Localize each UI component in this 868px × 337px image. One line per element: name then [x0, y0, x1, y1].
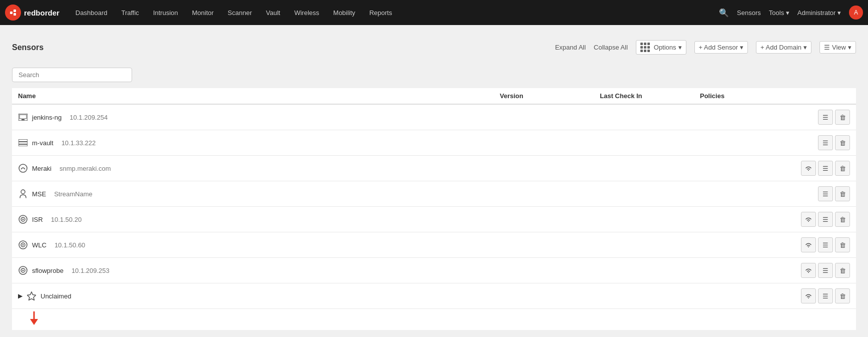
list-button[interactable]: ☰	[818, 135, 833, 150]
delete-button[interactable]: 🗑	[835, 288, 850, 303]
view-icon: ☰	[824, 44, 830, 51]
delete-button[interactable]: 🗑	[835, 263, 850, 278]
wifi-button[interactable]	[801, 237, 816, 252]
sensor-version: snmp.meraki.com	[60, 165, 111, 172]
brand-logo[interactable]: redborder	[5, 5, 60, 21]
delete-button[interactable]: 🗑	[835, 212, 850, 227]
table-row: MSE StreamName ☰ 🗑	[12, 181, 856, 207]
navbar-right: 🔍 Sensors Tools ▾ Administrator ▾ A	[719, 6, 863, 20]
wifi-button[interactable]	[801, 288, 816, 303]
nav-dashboard[interactable]: Dashboard	[70, 6, 114, 20]
list-button[interactable]: ☰	[818, 237, 833, 252]
nav-sensors-link[interactable]: Sensors	[737, 9, 761, 17]
view-label: View	[832, 44, 846, 51]
col-version: Version	[500, 92, 600, 100]
view-caret-icon: ▾	[848, 44, 851, 51]
table-row: m-vault 10.1.33.222 ☰ 🗑	[12, 130, 856, 156]
main-content: Sensors Expand All Collapse All Options …	[0, 25, 868, 337]
search-input[interactable]	[12, 68, 132, 82]
unclaimed-actions: ☰ 🗑	[801, 288, 850, 303]
list-button[interactable]: ☰	[818, 212, 833, 227]
delete-button[interactable]: 🗑	[835, 161, 850, 176]
sensor-version: 10.1.209.254	[70, 114, 108, 121]
nav-mobility[interactable]: Mobility	[327, 6, 361, 20]
list-button[interactable]: ☰	[818, 161, 833, 176]
svg-point-10	[19, 164, 27, 172]
nav-admin-link[interactable]: Administrator ▾	[797, 9, 841, 17]
row-name-m-vault: m-vault 10.1.33.222	[18, 138, 500, 148]
delete-button[interactable]: 🗑	[835, 135, 850, 150]
nav-reports[interactable]: Reports	[363, 6, 398, 20]
expand-all-button[interactable]: Expand All	[555, 44, 585, 51]
svg-marker-21	[28, 292, 36, 300]
search-container	[12, 68, 856, 82]
options-button[interactable]: Options ▾	[636, 40, 686, 55]
row-actions: ☰ 🗑	[700, 263, 850, 278]
search-icon[interactable]: 🔍	[719, 8, 729, 18]
row-actions: ☰ 🗑	[700, 110, 850, 125]
sensor-icon-isr	[18, 214, 28, 224]
nav-menu: Dashboard Traffic Intrusion Monitor Scan…	[70, 6, 719, 20]
expand-arrow-icon[interactable]: ▶	[18, 292, 23, 299]
row-actions: ☰ 🗑	[700, 161, 850, 176]
unclaimed-row: ▶ Unclaimed ☰ 🗑	[12, 283, 856, 309]
row-name-meraki: Meraki snmp.meraki.com	[18, 163, 500, 173]
add-domain-button[interactable]: + Add Domain ▾	[756, 41, 811, 54]
col-name: Name	[18, 92, 500, 100]
sensor-icon-m-vault	[18, 138, 28, 148]
add-domain-caret-icon: ▾	[803, 44, 807, 51]
wifi-button[interactable]	[801, 263, 816, 278]
svg-point-0	[9, 8, 18, 17]
nav-wireless[interactable]: Wireless	[288, 6, 325, 20]
options-caret-icon: ▾	[678, 44, 682, 51]
row-name-wlc: WLC 10.1.50.60	[18, 240, 500, 250]
svg-rect-5	[20, 115, 27, 119]
sensor-version: 10.1.33.222	[62, 139, 96, 147]
brand-icon	[5, 5, 21, 21]
sensor-name: jenkins-ng	[32, 114, 62, 121]
sensor-version: StreamName	[54, 190, 93, 198]
sensor-name: m-vault	[32, 139, 54, 147]
row-actions: ☰ 🗑	[700, 212, 850, 227]
delete-button[interactable]: 🗑	[835, 186, 850, 201]
options-label: Options	[654, 44, 676, 51]
sensor-version: 10.1.209.253	[72, 267, 110, 274]
nav-tools-link[interactable]: Tools ▾	[769, 9, 789, 17]
list-button[interactable]: ☰	[818, 263, 833, 278]
wifi-button[interactable]	[801, 212, 816, 227]
svg-point-11	[21, 190, 25, 194]
svg-point-14	[23, 219, 24, 220]
sensors-actions: Expand All Collapse All Options ▾ + Add …	[555, 40, 856, 55]
sensor-icon-meraki	[18, 163, 28, 173]
collapse-all-button[interactable]: Collapse All	[594, 44, 628, 51]
sensor-name: Meraki	[32, 165, 52, 172]
nav-traffic[interactable]: Traffic	[115, 6, 145, 20]
wifi-button[interactable]	[801, 161, 816, 176]
admin-caret-icon: ▾	[837, 9, 841, 17]
nav-monitor[interactable]: Monitor	[186, 6, 220, 20]
sensor-icon-jenkins-ng	[18, 112, 28, 122]
list-button[interactable]: ☰	[818, 288, 833, 303]
delete-button[interactable]: 🗑	[835, 237, 850, 252]
nav-vault[interactable]: Vault	[260, 6, 287, 20]
table-header: Name Version Last Check In Policies	[12, 88, 856, 105]
sensor-icon-unclaimed	[27, 291, 37, 301]
delete-button[interactable]: 🗑	[835, 110, 850, 125]
list-button[interactable]: ☰	[818, 186, 833, 201]
red-arrow-container	[12, 309, 856, 330]
admin-avatar[interactable]: A	[849, 6, 863, 20]
add-sensor-caret-icon: ▾	[740, 44, 743, 51]
table-row: WLC 10.1.50.60 ☰ 🗑	[12, 232, 856, 258]
view-button[interactable]: ☰ View ▾	[819, 41, 856, 54]
add-domain-label: + Add Domain	[760, 44, 801, 51]
add-sensor-button[interactable]: + Add Sensor ▾	[694, 41, 748, 54]
unclaimed-label: Unclaimed	[41, 292, 71, 300]
red-arrow-icon	[28, 311, 40, 328]
row-name-mse: MSE StreamName	[18, 189, 500, 199]
sensor-icon-sflowprobe	[18, 265, 28, 275]
nav-scanner[interactable]: Scanner	[222, 6, 258, 20]
navbar: redborder Dashboard Traffic Intrusion Mo…	[0, 0, 868, 25]
col-policies: Policies	[700, 92, 850, 100]
list-button[interactable]: ☰	[818, 110, 833, 125]
nav-intrusion[interactable]: Intrusion	[147, 6, 184, 20]
